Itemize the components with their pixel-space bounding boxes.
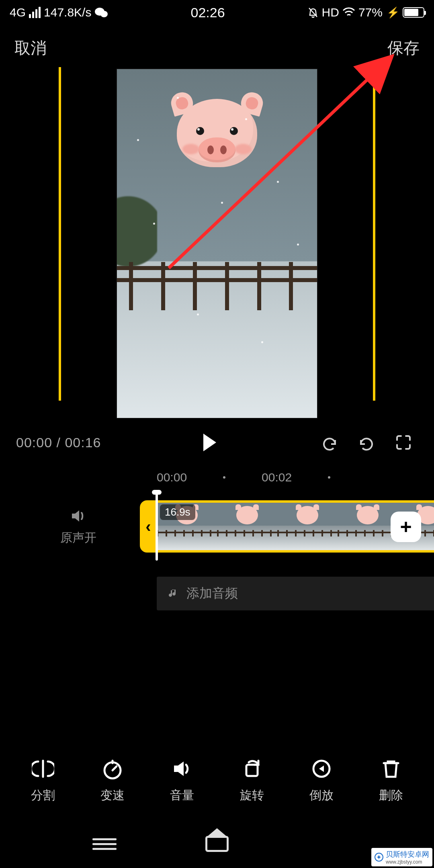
cancel-button[interactable]: 取消 [14,37,47,59]
add-audio-lane[interactable]: 添加音频 [157,577,434,610]
hd-label: HD [322,6,339,19]
network-speed: 147.8K/s [44,6,91,19]
source-watermark: ✦ 贝斯特安卓网 www.zjbstyy.com [371,848,432,866]
add-clip-button[interactable]: + [391,512,421,542]
home-icon [205,836,229,852]
crop-guide-right [373,67,375,401]
watermark-name: 贝斯特安卓网 [386,850,429,858]
save-button[interactable]: 保存 [387,37,420,59]
redo-icon [357,433,376,452]
timeline-ruler: 00:00 00:02 [0,461,434,488]
tool-reverse[interactable]: 倒放 [293,757,350,804]
music-note-icon [168,588,179,599]
redo-button[interactable] [352,428,381,457]
clip-duration-badge: 16.9s [160,504,195,520]
time-display: 00:00 / 00:16 [16,435,101,450]
trash-icon [380,757,402,780]
clip-thumb [217,503,277,550]
watermark-icon: ✦ [375,853,383,862]
tool-rotate[interactable]: 旋转 [224,757,280,804]
status-time: 02:26 [108,5,307,20]
mute-bell-icon [307,6,319,18]
time-total: 00:16 [65,435,101,450]
ruler-mark-0: 00:00 [157,471,187,484]
editor-header: 取消 保存 [0,25,434,67]
status-right: HD 77% ⚡ [307,6,424,19]
play-button[interactable] [194,428,223,457]
clip-thumb [277,503,338,550]
time-current: 00:00 [16,435,52,450]
wechat-icon [94,6,108,18]
volume-icon [171,757,193,780]
play-icon [203,434,216,451]
playback-controls: 00:00 / 00:16 [0,418,434,461]
tool-split[interactable]: 分割 [15,757,71,804]
original-sound-toggle[interactable]: 原声开 [0,500,157,553]
plus-icon: + [400,515,411,538]
add-audio-label: 添加音频 [186,585,238,602]
fullscreen-icon [395,434,412,451]
back-icon [315,834,344,854]
rotate-icon [241,757,263,780]
svg-line-6 [113,766,117,770]
tool-delete[interactable]: 删除 [363,757,419,804]
preview-area [0,67,434,418]
status-bar: 4G 147.8K/s 02:26 HD 77% ⚡ [0,0,434,25]
ruler-mark-1: 00:02 [262,471,292,484]
battery-icon [403,7,424,18]
playhead[interactable] [156,492,158,561]
svg-rect-8 [246,765,258,776]
fullscreen-button[interactable] [389,428,418,457]
tool-speed[interactable]: 变速 [84,757,141,804]
video-preview[interactable] [117,69,317,418]
system-navbar [0,820,434,868]
svg-point-1 [100,11,108,17]
timeline-track[interactable]: 原声开 ‹ 16.9s + [0,500,434,569]
signal-icon [29,7,41,18]
reverse-icon [310,757,333,780]
menu-icon [92,835,117,853]
nav-recent[interactable] [80,829,129,858]
ruler-dot [328,476,330,479]
wifi-icon [342,7,355,18]
network-type: 4G [10,6,26,19]
undo-icon [320,433,339,452]
chevron-left-icon: ‹ [145,518,151,536]
tool-volume[interactable]: 音量 [154,757,210,804]
undo-button[interactable] [315,428,344,457]
watermark-url: www.zjbstyy.com [386,859,429,865]
split-icon [32,757,54,780]
status-left: 4G 147.8K/s [10,6,108,19]
speaker-icon [70,507,87,525]
charging-icon: ⚡ [387,6,399,19]
original-sound-label: 原声开 [60,530,96,546]
nav-back[interactable] [305,829,354,858]
crop-guide-left [59,67,61,401]
pig-sticker[interactable] [173,95,261,171]
clip-thumb [338,503,398,550]
nav-home[interactable] [193,829,241,858]
edit-toolbar: 分割 变速 音量 旋转 倒放 删除 [0,757,434,804]
speed-icon [101,757,124,780]
ruler-dot [223,476,225,479]
clip-handle-left[interactable]: ‹ [140,500,157,553]
battery-pct: 77% [358,6,383,19]
